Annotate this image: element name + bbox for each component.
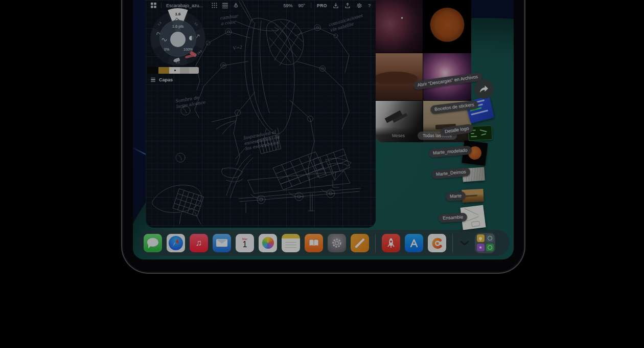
help-button[interactable]: ? [368, 3, 371, 8]
dock-divider [452, 234, 453, 252]
dock-collapse-button[interactable] [459, 234, 470, 252]
tool-wheel-center[interactable]: 1.6 pts 0% 100% [159, 20, 196, 57]
color-swatch-bar [147, 67, 199, 74]
notes-line [285, 247, 296, 248]
smoothing-icon[interactable] [162, 37, 167, 41]
document-title[interactable]: Escarabajo_azu... [166, 3, 203, 8]
toolbar-divider [311, 3, 311, 8]
layers-icon [151, 78, 155, 82]
timer-icon [486, 244, 494, 251]
import-icon[interactable] [333, 3, 339, 9]
dock-divider [375, 234, 376, 252]
dock-app-mail[interactable] [213, 234, 231, 252]
active-tool-size: 1.6 [151, 12, 205, 16]
dock-app-settings[interactable] [328, 234, 346, 252]
pen-icon[interactable] [233, 3, 239, 8]
concepts-c-icon [430, 236, 444, 250]
dock-app-safari[interactable] [167, 234, 185, 252]
pro-button[interactable]: PRO [317, 3, 327, 8]
dock-app-calendar[interactable]: Mar 1 [236, 234, 254, 252]
color-swatch[interactable] [147, 67, 158, 74]
photo-thumbnail-mars-planet[interactable] [423, 0, 471, 53]
opacity-min-label: 0% [164, 48, 169, 51]
settings-gear-icon [331, 237, 343, 249]
rocket-icon [384, 236, 398, 250]
messages-bubble-tail [148, 245, 152, 249]
page-background: cambiar a color comunicaciones vía satél… [0, 0, 644, 348]
notes-line [285, 245, 296, 246]
notes-line [285, 242, 296, 243]
dock-app-books[interactable] [305, 234, 323, 252]
tips-lightbulb-icon [477, 234, 485, 242]
dock-recents-folder[interactable]: ★ [475, 233, 495, 253]
concepts-app-window: cambiar a color comunicaciones vía satél… [146, 0, 376, 228]
share-forward-button[interactable] [474, 79, 494, 99]
tool-preview-circle[interactable] [170, 32, 186, 47]
toolbar-divider [161, 3, 162, 8]
color-swatch[interactable] [180, 67, 189, 74]
books-open-book-icon [308, 238, 319, 248]
drag-label-assembly[interactable]: Ensamble [439, 213, 468, 223]
apps-grid-icon[interactable] [151, 3, 156, 8]
canvas-annotation: cambiar a color [220, 13, 239, 26]
dock-app-rocket[interactable] [382, 234, 400, 252]
photos-app-window: Meses Todas las fotos [376, 0, 471, 142]
camera-icon [486, 234, 494, 242]
chevron-down-icon [460, 241, 469, 246]
rotation-value[interactable]: 90° [298, 3, 305, 8]
ipad-screen: cambiar a color comunicaciones vía satél… [133, 0, 514, 259]
star-icon: ★ [477, 244, 485, 251]
precision-grid-icon[interactable] [212, 3, 217, 8]
mail-envelope-icon [216, 239, 227, 247]
layers-label: Capas [159, 77, 173, 82]
color-swatch[interactable] [189, 67, 199, 74]
pen-stroke-icon [355, 238, 364, 248]
selected-swatch-dot [174, 70, 176, 71]
menu-icon[interactable] [222, 2, 228, 9]
calendar-day: 1 [243, 241, 247, 249]
safari-compass-icon [169, 236, 183, 250]
dock-app-draw[interactable] [351, 234, 369, 252]
layers-panel-header[interactable]: Capas [151, 77, 173, 82]
dock-app-concepts[interactable] [428, 234, 446, 252]
stroke-size-value: 1.6 pts [159, 24, 196, 29]
photos-flower-icon [262, 237, 274, 249]
export-icon[interactable] [344, 3, 351, 9]
settings-gear-icon[interactable] [356, 3, 362, 9]
dock-app-messages[interactable] [144, 234, 162, 252]
photo-thumbnail-mars-landscape[interactable] [376, 53, 423, 100]
dock-app-photos[interactable] [259, 234, 277, 252]
photo-thumbnail-nebula[interactable] [376, 0, 423, 53]
dock-app-notes[interactable] [282, 234, 300, 252]
dock-app-music[interactable]: ♫ [190, 234, 208, 252]
opacity-icon[interactable] [189, 36, 194, 40]
opacity-max-label: 100% [183, 48, 193, 51]
zoom-level[interactable]: 59% [283, 3, 292, 8]
tab-months[interactable]: Meses [392, 133, 405, 138]
dock: ♫ Mar 1 [139, 230, 510, 256]
share-forward-icon [479, 84, 489, 94]
drag-label-mars[interactable]: Marte [445, 191, 466, 202]
music-note-icon: ♫ [196, 238, 202, 248]
app-store-a-icon [408, 237, 420, 249]
color-swatch[interactable] [158, 67, 169, 74]
dock-app-app-store[interactable] [405, 234, 423, 252]
tool-wheel[interactable]: 1.6 1.3 3.5 14.5 8.9 1.6 pts 0% 100% [151, 11, 205, 66]
